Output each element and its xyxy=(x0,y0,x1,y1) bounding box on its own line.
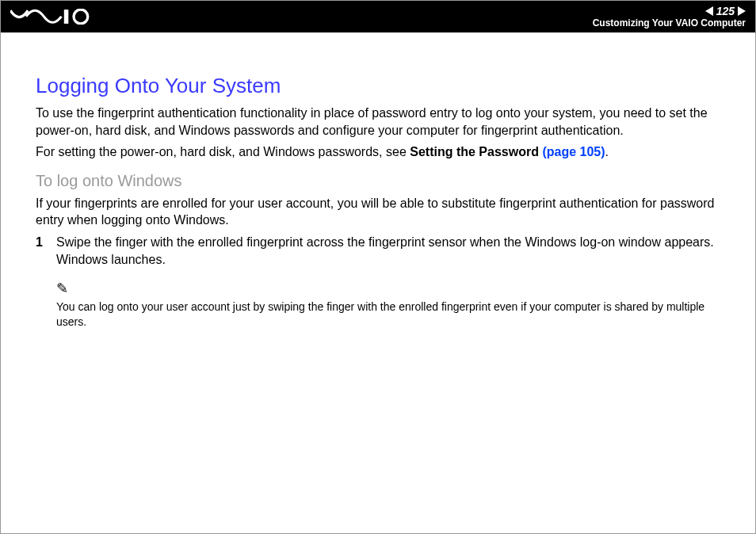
prev-page-icon[interactable] xyxy=(705,6,713,16)
next-page-icon[interactable] xyxy=(738,6,746,16)
note-text: You can log onto your user account just … xyxy=(56,299,720,330)
intro2-pre: For setting the power-on, hard disk, and… xyxy=(36,145,410,158)
vaio-logo-svg xyxy=(10,9,98,25)
intro-paragraph-1: To use the fingerprint authentication fu… xyxy=(36,105,720,139)
document-page: 125 Customizing Your VAIO Computer Loggi… xyxy=(0,0,756,534)
page-nav: 125 xyxy=(593,5,746,17)
page-number: 125 xyxy=(716,5,735,17)
header-bar: 125 Customizing Your VAIO Computer xyxy=(1,1,755,32)
vaio-logo xyxy=(10,9,98,25)
step-1: 1 Swipe the finger with the enrolled fin… xyxy=(36,234,720,268)
svg-point-1 xyxy=(74,10,88,24)
sub-intro: If your fingerprints are enrolled for yo… xyxy=(36,195,720,229)
step-number: 1 xyxy=(36,234,47,268)
subheading: To log onto Windows xyxy=(36,172,720,190)
section-title: Customizing Your VAIO Computer xyxy=(593,17,746,29)
step-text: Swipe the finger with the enrolled finge… xyxy=(56,234,720,268)
header-right: 125 Customizing Your VAIO Computer xyxy=(593,5,746,29)
intro2-bold: Setting the Password xyxy=(410,145,539,158)
page-link-105[interactable]: (page 105) xyxy=(542,145,605,158)
intro2-post: . xyxy=(605,145,609,158)
note-block: ✎ You can log onto your user account jus… xyxy=(56,279,720,330)
pencil-icon: ✎ xyxy=(56,279,720,298)
svg-rect-0 xyxy=(64,10,69,24)
page-title: Logging Onto Your System xyxy=(36,74,720,98)
content-area: Logging Onto Your System To use the fing… xyxy=(1,32,755,330)
intro-paragraph-2: For setting the power-on, hard disk, and… xyxy=(36,143,720,161)
